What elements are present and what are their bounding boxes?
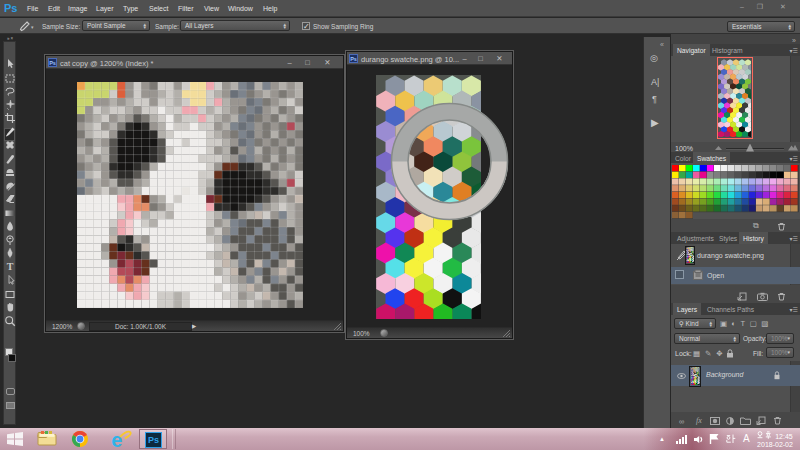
svg-text:e: e xyxy=(111,429,122,449)
